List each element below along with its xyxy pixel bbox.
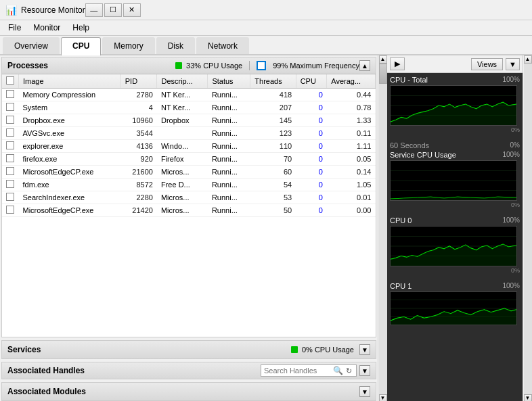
col-checkbox: [2, 74, 19, 89]
row-pid: 3544: [120, 127, 157, 140]
right-scroll-up[interactable]: ▲: [524, 55, 532, 64]
scroll-up-btn[interactable]: ▲: [379, 55, 387, 64]
menu-monitor[interactable]: Monitor: [28, 22, 66, 34]
tab-disk[interactable]: Disk: [156, 37, 195, 54]
minimize-button[interactable]: —: [85, 3, 103, 17]
row-cpu: 0: [296, 140, 327, 153]
menu-help[interactable]: Help: [67, 22, 95, 34]
row-checkbox[interactable]: [2, 204, 19, 217]
tab-overview[interactable]: Overview: [3, 37, 60, 54]
row-status: Runni...: [208, 89, 250, 101]
processes-table: Image PID Descrip... Status Threads CPU …: [2, 74, 376, 217]
row-threads: 207: [250, 101, 296, 114]
row-status: Runni...: [208, 191, 250, 204]
row-avg: 0.14: [327, 166, 376, 179]
views-dropdown-btn[interactable]: ▼: [506, 58, 520, 70]
row-checkbox[interactable]: [2, 166, 19, 179]
row-status: Runni...: [208, 101, 250, 114]
col-avg[interactable]: Averag...: [327, 74, 376, 89]
table-row[interactable]: MicrosoftEdgeCP.exe 21600 Micros... Runn…: [2, 166, 376, 179]
table-row[interactable]: Dropbox.exe 10960 Dropbox Runni... 145 0…: [2, 114, 376, 127]
modules-collapse-btn[interactable]: ▼: [359, 386, 370, 397]
row-checkbox[interactable]: [2, 191, 19, 204]
menu-file[interactable]: File: [3, 22, 26, 34]
col-cpu[interactable]: CPU: [296, 74, 327, 89]
row-desc: Micros...: [157, 204, 208, 217]
row-pid: 10960: [120, 114, 157, 127]
row-cpu: 0: [296, 127, 327, 140]
modules-header[interactable]: Associated Modules ▼: [2, 383, 376, 400]
cpu1-section: CPU 1 100%: [387, 279, 523, 328]
separator: [249, 61, 250, 70]
cpu1-chart: [390, 291, 517, 325]
row-desc: Free D...: [157, 179, 208, 191]
tab-cpu[interactable]: CPU: [61, 37, 101, 55]
header-checkbox[interactable]: [6, 76, 14, 85]
table-row[interactable]: System 4 NT Ker... Runni... 207 0 0.78: [2, 101, 376, 114]
expand-btn[interactable]: ▶: [390, 57, 405, 70]
row-threads: 53: [250, 191, 296, 204]
row-cpu: 0: [296, 166, 327, 179]
table-row[interactable]: MicrosoftEdgeCP.exe 21420 Micros... Runn…: [2, 204, 376, 217]
search-box: 🔍 ↻: [261, 364, 357, 377]
row-pid: 2280: [120, 191, 157, 204]
processes-collapse-btn[interactable]: ▲: [359, 60, 370, 71]
tab-bar: Overview CPU Memory Disk Network: [0, 36, 532, 55]
left-scrollbar[interactable]: ▲ ▼: [378, 55, 387, 401]
processes-header[interactable]: Processes 33% CPU Usage 99% Maximum Freq…: [2, 57, 376, 74]
col-image[interactable]: Image: [19, 74, 121, 89]
table-row[interactable]: fdm.exe 8572 Free D... Runni... 54 0 1.0…: [2, 179, 376, 191]
col-desc[interactable]: Descrip...: [157, 74, 208, 89]
processes-title: Processes: [7, 61, 175, 70]
row-image: MicrosoftEdgeCP.exe: [19, 204, 121, 217]
right-scrollbar[interactable]: ▲ ▼: [523, 55, 532, 401]
refresh-icon[interactable]: ↻: [346, 367, 352, 375]
table-row[interactable]: AVGSvc.exe 3544 Runni... 123 0 0.11: [2, 127, 376, 140]
scroll-down-btn[interactable]: ▼: [379, 394, 387, 401]
table-row[interactable]: Memory Compression 2780 NT Ker... Runni.…: [2, 89, 376, 101]
handles-header[interactable]: Associated Handles 🔍 ↻ ▼: [2, 362, 376, 379]
row-image: System: [19, 101, 121, 114]
row-checkbox[interactable]: [2, 101, 19, 114]
handles-collapse-btn[interactable]: ▼: [359, 365, 370, 376]
col-pid[interactable]: PID: [120, 74, 157, 89]
row-checkbox[interactable]: [2, 89, 19, 101]
table-row[interactable]: firefox.exe 920 Firefox Runni... 70 0 0.…: [2, 153, 376, 166]
handles-section: Associated Handles 🔍 ↻ ▼: [1, 362, 376, 379]
row-image: MicrosoftEdgeCP.exe: [19, 166, 121, 179]
right-scroll-down[interactable]: ▼: [524, 394, 532, 401]
row-avg: 1.11: [327, 140, 376, 153]
tab-memory[interactable]: Memory: [102, 37, 154, 54]
views-btn[interactable]: Views: [471, 58, 503, 70]
handles-search-input[interactable]: [264, 367, 332, 375]
row-checkbox[interactable]: [2, 127, 19, 140]
table-row[interactable]: SearchIndexer.exe 2280 Micros... Runni..…: [2, 191, 376, 204]
row-checkbox[interactable]: [2, 179, 19, 191]
row-image: explorer.exe: [19, 140, 121, 153]
table-row[interactable]: explorer.exe 4136 Windo... Runni... 110 …: [2, 140, 376, 153]
right-toolbar: ▶ Views ▼: [387, 55, 523, 73]
maximize-button[interactable]: ☐: [104, 3, 122, 17]
row-checkbox[interactable]: [2, 114, 19, 127]
cpu0-section: CPU 0 100% 0%: [387, 214, 523, 279]
row-checkbox[interactable]: [2, 153, 19, 166]
close-button[interactable]: ✕: [123, 3, 141, 17]
title-bar-controls: — ☐ ✕: [85, 3, 141, 17]
processes-table-container[interactable]: Image PID Descrip... Status Threads CPU …: [2, 74, 376, 217]
scroll-thumb[interactable]: [379, 64, 387, 84]
row-image: SearchIndexer.exe: [19, 191, 121, 204]
tab-network[interactable]: Network: [196, 37, 249, 54]
row-checkbox[interactable]: [2, 140, 19, 153]
row-threads: 60: [250, 166, 296, 179]
row-status: Runni...: [208, 166, 250, 179]
services-header[interactable]: Services 0% CPU Usage ▼: [2, 341, 376, 358]
col-status[interactable]: Status: [208, 74, 250, 89]
row-image: Memory Compression: [19, 89, 121, 101]
services-collapse-btn[interactable]: ▼: [359, 344, 370, 355]
modules-section: Associated Modules ▼: [1, 382, 376, 401]
row-status: Runni...: [208, 153, 250, 166]
cpu1-label: CPU 1 100%: [390, 282, 520, 290]
col-threads[interactable]: Threads: [250, 74, 296, 89]
row-image: AVGSvc.exe: [19, 127, 121, 140]
row-threads: 54: [250, 179, 296, 191]
